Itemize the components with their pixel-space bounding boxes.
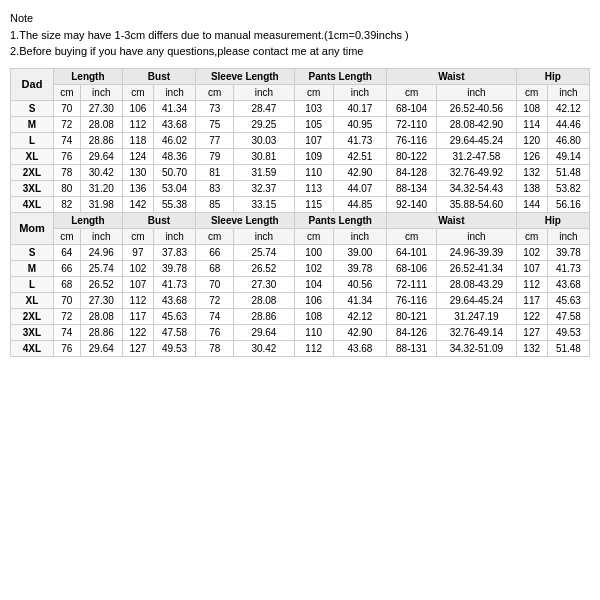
mom-col-length: Length <box>53 212 122 228</box>
table-row: S6424.969737.836625.7410039.0064-10124.9… <box>11 244 590 260</box>
mom-subheader-row: cm inch cm inch cm inch cm inch cm inch … <box>11 228 590 244</box>
sh-cm-2: cm <box>122 84 153 100</box>
mom-col-pants: Pants Length <box>294 212 387 228</box>
table-row: L7428.8611846.027730.0310741.7376-11629.… <box>11 132 590 148</box>
notes-section: Note 1.The size may have 1-3cm differs d… <box>10 10 590 60</box>
table-row: L6826.5210741.737027.3010440.5672-11128.… <box>11 276 590 292</box>
sh-cm-4: cm <box>294 84 333 100</box>
sh-in-1: inch <box>80 84 122 100</box>
table-row: 4XL8231.9814255.388533.1511544.8592-1403… <box>11 196 590 212</box>
table-row: 4XL7629.6412749.537830.4211243.6888-1313… <box>11 340 590 356</box>
table-row: S7027.3010641.347328.4710340.1768-10426.… <box>11 100 590 116</box>
sh-in-3: inch <box>234 84 294 100</box>
sh-in-4: inch <box>333 84 386 100</box>
note-line-1: 1.The size may have 1-3cm differs due to… <box>10 27 590 44</box>
sh-cm-5: cm <box>387 84 437 100</box>
dad-header-row: Dad Length Bust Sleeve Length Pants Leng… <box>11 68 590 84</box>
dad-body: S7027.3010641.347328.4710340.1768-10426.… <box>11 100 590 212</box>
sh-in-2: inch <box>154 84 196 100</box>
note-line-2: 2.Before buying if you have any question… <box>10 43 590 60</box>
sh-in-5: inch <box>437 84 516 100</box>
col-pants: Pants Length <box>294 68 387 84</box>
sh-in-6: inch <box>547 84 589 100</box>
dad-subheader-row: cm inch cm inch cm inch cm inch cm inch … <box>11 84 590 100</box>
col-bust: Bust <box>122 68 195 84</box>
table-row: 2XL7830.4213050.708131.5911042.9084-1283… <box>11 164 590 180</box>
sh-cm-6: cm <box>516 84 547 100</box>
mom-col-waist: Waist <box>387 212 517 228</box>
table-row: XL7629.6412448.367930.8110942.5180-12231… <box>11 148 590 164</box>
note-title: Note <box>10 10 590 27</box>
col-sleeve: Sleeve Length <box>196 68 294 84</box>
mom-header-row: Mom Length Bust Sleeve Length Pants Leng… <box>11 212 590 228</box>
table-row: M7228.0811243.687529.2510540.9572-11028.… <box>11 116 590 132</box>
sh-cm-3: cm <box>196 84 234 100</box>
table-row: 3XL8031.2013653.048332.3711344.0788-1343… <box>11 180 590 196</box>
mom-body: S6424.969737.836625.7410039.0064-10124.9… <box>11 244 590 356</box>
table-row: XL7027.3011243.687228.0810641.3476-11629… <box>11 292 590 308</box>
col-waist: Waist <box>387 68 517 84</box>
mom-col-hip: Hip <box>516 212 589 228</box>
col-hip: Hip <box>516 68 589 84</box>
col-length: Length <box>53 68 122 84</box>
dad-label: Dad <box>11 68 54 100</box>
mom-col-sleeve: Sleeve Length <box>196 212 294 228</box>
mom-label: Mom <box>11 212 54 244</box>
size-chart-table: Dad Length Bust Sleeve Length Pants Leng… <box>10 68 590 357</box>
table-row: 2XL7228.0811745.637428.8610842.1280-1213… <box>11 308 590 324</box>
table-row: 3XL7428.8612247.587629.6411042.9084-1263… <box>11 324 590 340</box>
table-row: M6625.7410239.786826.5210239.7868-10626.… <box>11 260 590 276</box>
sh-cm-1: cm <box>53 84 80 100</box>
mom-col-bust: Bust <box>122 212 195 228</box>
